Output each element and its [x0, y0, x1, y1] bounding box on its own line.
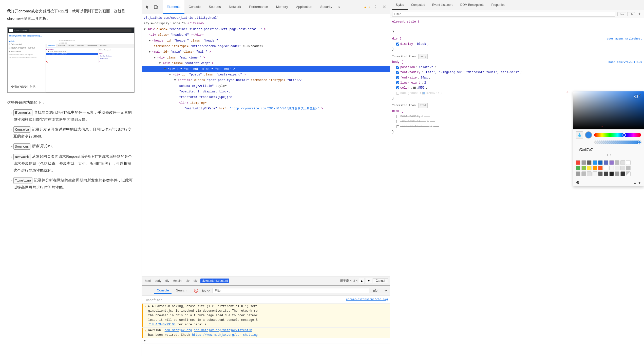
swatch[interactable]	[620, 171, 625, 176]
tab-console[interactable]: Console	[184, 0, 205, 14]
prop-checkbox-webkit-text[interactable]	[396, 125, 399, 128]
breadcrumb-item-div3[interactable]: div	[193, 279, 198, 283]
cancel-search-button[interactable]: Cancel	[373, 278, 388, 283]
mathjax-cdn-link[interactable]: cdn.mathjax.org/mathjax/latest/M	[194, 329, 252, 332]
tab-console-bottom[interactable]: Console	[154, 287, 172, 294]
tab-memory[interactable]: Memory	[272, 0, 292, 14]
dom-line[interactable]: v3.jiathis.com/code/jiathis_utility.html…	[142, 15, 390, 21]
color-swatch-bg[interactable]	[422, 92, 425, 94]
style-source[interactable]: user agent stylesheet	[607, 36, 642, 41]
swatch[interactable]	[598, 166, 603, 170]
hov-button[interactable]: :hov	[617, 12, 626, 16]
styles-filter-input[interactable]	[392, 12, 615, 17]
warning-link[interactable]: 7185479467991O4	[148, 323, 176, 326]
tab-application[interactable]: Application	[292, 0, 316, 14]
dom-line[interactable]: ▼ <div class= "container sidebar-positio…	[142, 27, 390, 32]
swatch[interactable]	[593, 166, 597, 170]
tab-elements[interactable]: Elements	[163, 0, 184, 14]
dom-line[interactable]: transform: translateY(0px);">	[142, 94, 390, 100]
console-filter-input[interactable]	[213, 288, 369, 293]
swatch[interactable]	[604, 166, 608, 170]
prop-checkbox-position[interactable]	[396, 66, 399, 69]
add-style-rule-button[interactable]: +	[637, 12, 642, 17]
dom-line[interactable]: ▼ <div class= "main-inner" >	[142, 55, 390, 61]
dom-line[interactable]: ▼ <article class= "post post-type-normal…	[142, 77, 390, 83]
style-source-body[interactable]: main.css?v=5.1.1:186	[609, 60, 642, 65]
tab-dom-breakpoints[interactable]: DOM Breakpoints	[457, 0, 488, 10]
opacity-slider[interactable]	[594, 141, 641, 144]
breadcrumb-item-div2[interactable]: div	[185, 279, 191, 283]
console-expand-button[interactable]: ►	[144, 339, 146, 343]
console-menu-button[interactable]: ⋮	[144, 288, 150, 294]
breadcrumb-item-div[interactable]: div	[164, 279, 170, 283]
color-scroll-down[interactable]: ▼	[638, 181, 641, 185]
dom-line[interactable]: ► <header id= "header" class= "header"	[142, 38, 390, 44]
swatch[interactable]	[604, 171, 608, 176]
tab-network[interactable]: Network	[225, 0, 245, 14]
swatch[interactable]	[593, 160, 597, 165]
swatch[interactable]	[581, 166, 586, 170]
nav-prev-button[interactable]: ▲	[359, 278, 365, 284]
dom-line-selected[interactable]: ▼ <div id= "content" class= "content" >	[142, 66, 390, 72]
mathjax-link[interactable]: cdn.mathjax.org	[165, 329, 192, 332]
prop-checkbox-ff-html[interactable]	[396, 115, 399, 118]
elements-dom-tree[interactable]: v3.jiathis.com/code/jiathis_utility.html…	[142, 14, 390, 276]
color-picker-close-button[interactable]: ✕	[637, 93, 642, 98]
prop-checkbox-font-family[interactable]	[396, 71, 399, 74]
prop-checkbox-font-size[interactable]	[396, 76, 399, 79]
context-selector[interactable]: top	[201, 289, 211, 293]
swatch[interactable]	[587, 171, 592, 176]
prop-checkbox-ms-text[interactable]	[396, 120, 399, 123]
console-location-link[interactable]: chrome-extension://bclmkg	[346, 297, 388, 302]
prop-checkbox-background[interactable]	[396, 92, 399, 95]
nav-next-button[interactable]: ▼	[366, 278, 372, 284]
tab-security[interactable]: Security	[316, 0, 336, 14]
swatch[interactable]	[626, 160, 631, 165]
color-settings-button[interactable]: ⚙	[576, 180, 579, 185]
swatch[interactable]	[620, 160, 625, 165]
dom-line[interactable]: "opacity: 1; display: block;	[142, 89, 390, 94]
console-body[interactable]: undefined chrome-extension://bclmkg ⚠ ► …	[142, 296, 390, 356]
dom-line[interactable]: schema.org/Article" style=	[142, 83, 390, 89]
dom-line[interactable]: ▼ <div class= "content-wrap" >	[142, 61, 390, 66]
inspect-element-button[interactable]	[144, 4, 151, 11]
breadcrumb-item-body[interactable]: body	[154, 279, 162, 283]
hue-slider[interactable]	[594, 133, 641, 137]
swatch[interactable]	[604, 160, 608, 165]
dom-line[interactable]: <link itemprop=	[142, 100, 390, 106]
prop-checkbox-display[interactable]	[396, 43, 399, 46]
swatch[interactable]	[576, 166, 580, 170]
cls-button[interactable]: .cls	[627, 12, 635, 16]
prop-checkbox-color[interactable]	[396, 86, 399, 89]
swatch[interactable]	[615, 166, 619, 170]
swatch[interactable]	[581, 171, 586, 176]
swatch[interactable]	[609, 171, 614, 176]
swatch[interactable]	[620, 166, 625, 170]
more-options-button[interactable]: ⋮	[372, 4, 379, 11]
breadcrumb-item-content[interactable]: div#content.content	[200, 279, 229, 283]
more-tabs-button[interactable]: »	[336, 0, 342, 14]
tab-performance[interactable]: Performance	[245, 0, 272, 14]
cdn-shutting-link[interactable]: https://www.mathjax.org/cdn-shutting-	[192, 333, 259, 337]
color-gradient-area[interactable]	[573, 91, 644, 129]
dom-line[interactable]: ▼ <div id= "posts" class= "posts-expand"…	[142, 72, 390, 77]
swatch[interactable]	[609, 160, 614, 165]
swatch[interactable]	[587, 166, 592, 170]
breadcrumb-item-html[interactable]: html	[144, 279, 152, 283]
device-toolbar-button[interactable]	[153, 4, 160, 11]
swatch[interactable]	[615, 171, 619, 176]
swatch[interactable]	[626, 166, 631, 170]
log-level-select[interactable]: Info Verbose Warning Error	[371, 289, 388, 293]
dom-line[interactable]: <div class= "headband" ></div>	[142, 32, 390, 38]
swatch[interactable]	[587, 160, 592, 165]
swatch[interactable]	[598, 160, 603, 165]
color-scroll-up[interactable]: ▲	[633, 181, 637, 185]
swatch[interactable]	[626, 171, 631, 176]
tab-styles[interactable]: Styles	[392, 0, 408, 10]
dom-line[interactable]: "mainEntityOfPage" href= "http://yoursit…	[142, 106, 390, 111]
swatch[interactable]	[609, 166, 614, 170]
breadcrumb-item-main[interactable]: #main	[172, 279, 183, 283]
tab-properties[interactable]: Properties	[488, 0, 509, 10]
tab-computed[interactable]: Computed	[408, 0, 429, 10]
tab-event-listeners[interactable]: Event Listeners	[429, 0, 457, 10]
